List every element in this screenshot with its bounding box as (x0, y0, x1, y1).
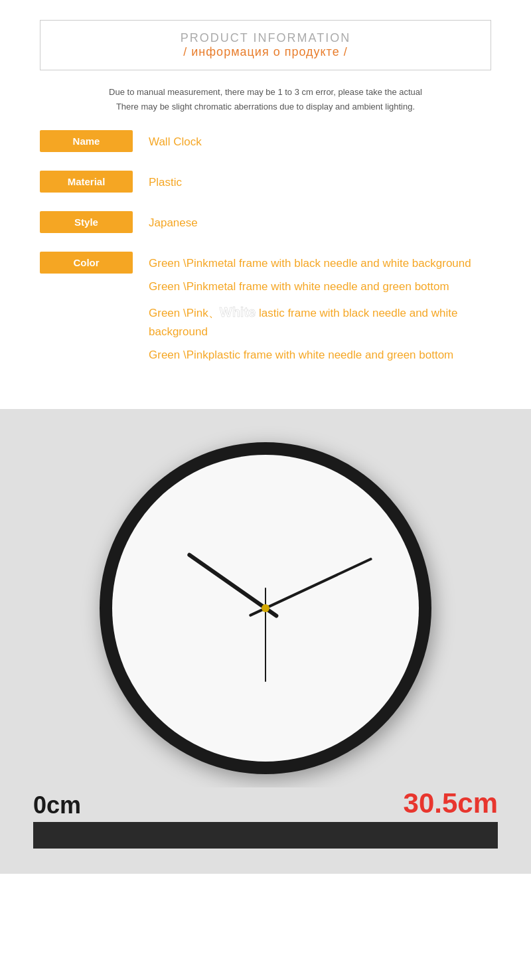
product-info-section: PRODUCT INFORMATION / информация о проду… (0, 0, 531, 409)
disclaimer: Due to manual measurement, there may be … (40, 85, 491, 114)
ruler-bar (33, 822, 498, 849)
info-value-material: Plastic (149, 171, 182, 191)
ruler-label-right: 30.5cm (404, 787, 498, 819)
clock-wrapper (100, 442, 431, 774)
color-option-4: Green \Pinkplastic frame with white need… (149, 346, 491, 364)
color-option-1: Green \Pinkmetal frame with black needle… (149, 254, 491, 272)
info-row-name: Name Wall Clock (40, 130, 491, 152)
color-option-3: Green \Pink、White lastic frame with blac… (149, 301, 491, 341)
white-text: White (220, 305, 256, 319)
clock-dial (112, 455, 419, 762)
svg-point-3 (262, 604, 269, 612)
label-badge-color: Color (40, 252, 133, 274)
ruler-section: 0cm 30.5cm (0, 787, 531, 874)
info-value-color: Green \Pinkmetal frame with black needle… (149, 252, 491, 364)
product-info-title-ru: / информация о продукте / (54, 45, 477, 59)
clock-section: 0cm 30.5cm (0, 409, 531, 874)
info-value-style: Japanese (149, 211, 198, 232)
ruler-labels: 0cm 30.5cm (0, 787, 531, 819)
info-row-style: Style Japanese (40, 211, 491, 233)
info-value-name: Wall Clock (149, 130, 202, 151)
ruler-ticks (33, 822, 498, 849)
label-badge-style: Style (40, 211, 133, 233)
info-row-material: Material Plastic (40, 171, 491, 193)
clock-face (100, 442, 431, 774)
product-info-title-en: PRODUCT INFORMATION (54, 31, 477, 45)
info-row-color: Color Green \Pinkmetal frame with black … (40, 252, 491, 364)
product-info-box: PRODUCT INFORMATION / информация о проду… (40, 20, 491, 70)
label-badge-material: Material (40, 171, 133, 193)
label-badge-name: Name (40, 130, 133, 152)
ruler-label-left: 0cm (33, 791, 81, 819)
color-option-2: Green \Pinkmetal frame with white needle… (149, 278, 491, 295)
